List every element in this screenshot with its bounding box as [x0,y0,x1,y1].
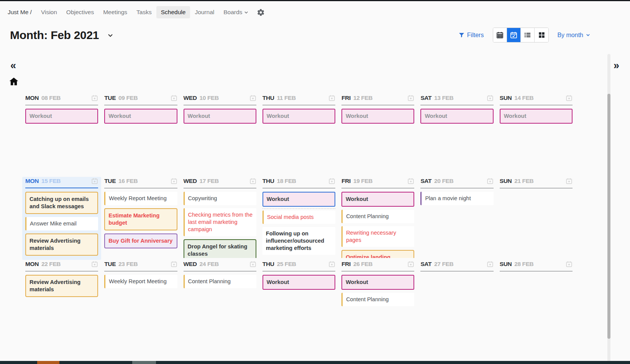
day-task-list[interactable]: Workout [104,105,177,175]
add-task-icon[interactable] [328,178,335,184]
add-task-icon[interactable] [487,261,494,268]
day-task-list[interactable]: WorkoutContent PlanningRewriting necessa… [341,188,414,258]
day-task-list[interactable]: CopywritingChecking metrics from the las… [184,188,256,258]
add-task-icon[interactable] [171,178,177,184]
task-card[interactable]: Copywriting [184,192,256,205]
task-card[interactable]: Workout [420,109,493,124]
add-task-icon[interactable] [328,261,335,268]
task-card[interactable]: Workout [25,109,98,124]
day-task-list[interactable]: Review Advertising materials [25,271,98,341]
add-task-icon[interactable] [91,95,98,101]
task-card[interactable]: Workout [104,109,177,124]
group-by-dropdown[interactable]: By month [557,32,590,39]
page-scrollbar-thumb[interactable] [607,94,610,339]
nav-item-meetings[interactable]: Meetings [98,6,132,18]
task-card[interactable]: Workout [262,109,335,124]
previous-period-arrow[interactable]: « [10,60,16,71]
add-task-icon[interactable] [407,261,414,268]
add-task-icon[interactable] [171,261,177,268]
task-card[interactable]: Weekly Report Meeting [104,192,177,205]
day-task-list[interactable] [420,271,493,341]
day-header: WED10 FEB [184,94,256,105]
task-card[interactable]: Workout [500,109,573,124]
task-card[interactable]: Workout [262,275,335,290]
task-card[interactable]: Social media posts [262,211,335,224]
day-task-list[interactable]: Workout [420,105,493,175]
add-task-icon[interactable] [566,95,573,101]
filters-button[interactable]: Filters [459,32,484,39]
day-task-list[interactable]: Content Planning [184,271,256,341]
home-button[interactable] [9,77,19,87]
add-task-icon[interactable] [249,95,256,101]
gear-icon[interactable] [257,8,265,16]
next-period-arrow[interactable]: » [614,60,619,71]
add-task-icon[interactable] [487,95,494,101]
calendar-icon [496,31,504,39]
task-card[interactable]: Answer Mike email [25,217,98,230]
day-date: 25 FEB [277,261,329,268]
task-card[interactable]: Workout [341,192,414,207]
view-calendar-button[interactable] [493,28,507,42]
day-task-list[interactable]: Plan a movie night [420,188,493,258]
nav-item-schedule[interactable]: Schedule [156,6,190,18]
view-board-button[interactable] [535,28,548,42]
view-schedule-button[interactable] [507,28,521,42]
nav-item-boards[interactable]: Boards [219,6,253,18]
task-card[interactable]: Checking metrics from the last email mar… [184,208,256,236]
day-name: SUN [500,261,512,268]
task-card[interactable]: Rewriting necessary pages [341,226,414,247]
task-card[interactable]: Workout [184,109,256,124]
add-task-icon[interactable] [91,178,98,184]
task-card[interactable]: Buy Gift for Anniversary [104,233,177,248]
task-card[interactable]: Weekly Report Meeting [104,275,177,288]
add-task-icon[interactable] [328,95,335,101]
task-card[interactable]: Content Planning [341,293,414,306]
add-task-icon[interactable] [171,95,177,101]
day-task-list[interactable]: Workout [262,105,335,175]
day-header: SAT13 FEB [420,94,493,105]
nav-item-tasks[interactable]: Tasks [132,6,156,18]
day-name: WED [184,95,197,101]
day-task-list[interactable] [500,271,573,341]
add-task-icon[interactable] [407,178,414,184]
month-dropdown-icon[interactable] [107,31,114,39]
add-task-icon[interactable] [407,95,414,101]
breadcrumb[interactable]: Just Me / [3,6,36,18]
nav-item-journal[interactable]: Journal [190,6,219,18]
task-card[interactable]: Estimate Marketing budget [104,208,177,230]
task-card[interactable]: Following up on influencer/outsourced ma… [262,227,335,255]
add-task-icon[interactable] [487,178,494,184]
day-cell-fri-26: FRI26 FEBWorkoutContent Planning [338,260,417,343]
view-list-button[interactable] [521,28,535,42]
task-card[interactable]: Workout [341,275,414,290]
task-card[interactable]: Optimize landing [341,250,414,258]
day-task-list[interactable]: WorkoutSocial media postsFollowing up on… [262,188,335,258]
day-task-list[interactable]: Weekly Report Meeting [104,271,177,341]
task-card[interactable]: Workout [262,192,335,207]
day-task-list[interactable]: Weekly Report MeetingEstimate Marketing … [104,188,177,258]
add-task-icon[interactable] [566,178,573,184]
task-card[interactable]: Workout [341,109,414,124]
day-task-list[interactable] [500,188,573,258]
task-card[interactable]: Drop Angel for skating classes [184,239,256,258]
day-task-list[interactable]: Catching up on emails and Slack messages… [25,188,98,258]
day-task-list[interactable]: Workout [500,105,573,175]
task-card[interactable]: Catching up on emails and Slack messages [25,192,98,214]
task-card[interactable]: Content Planning [184,275,256,288]
add-task-icon[interactable] [91,261,98,268]
add-task-icon[interactable] [249,178,256,184]
task-card[interactable]: Review Advertising materials [25,233,98,256]
task-card[interactable]: Content Planning [341,210,414,223]
task-card[interactable]: Plan a movie night [420,192,493,205]
nav-item-objectives[interactable]: Objectives [62,6,98,18]
nav-item-vision[interactable]: Vision [36,6,62,18]
day-task-list[interactable]: Workout [262,271,335,341]
day-task-list[interactable]: Workout [341,105,414,175]
add-task-icon[interactable] [566,261,573,268]
add-task-icon[interactable] [249,261,256,268]
day-task-list[interactable]: Workout [25,105,98,175]
day-task-list[interactable]: Workout [184,105,256,175]
task-card[interactable]: Review Advertising materials [25,275,98,297]
day-task-list[interactable]: WorkoutContent Planning [341,271,414,341]
group-by-label: By month [557,32,583,39]
